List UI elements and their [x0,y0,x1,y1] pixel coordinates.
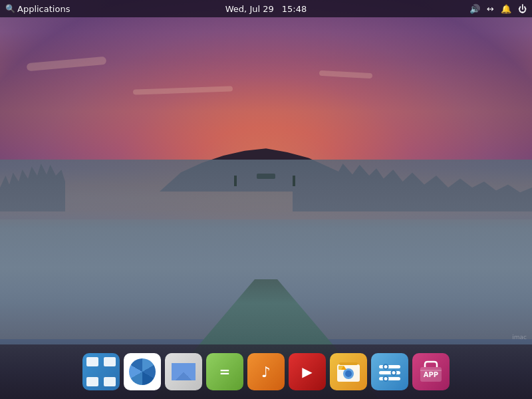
music-symbol: ♪ [261,364,271,380]
photos-icon-svg [336,359,361,384]
mail-envelope-icon [172,363,196,380]
watermark: imac [512,334,527,340]
search-icon[interactable]: 🔍 [5,4,15,13]
dock-item-photos[interactable] [330,353,367,390]
date-display: Wed, Jul 29 [225,4,274,14]
volume-icon[interactable]: 🔊 [469,4,480,14]
panel-left: 🔍 Applications [5,4,70,14]
dock-item-browser[interactable] [124,353,161,390]
browser-globe-icon [129,358,156,385]
dock: = ♪ ▶ [0,344,532,399]
top-panel: 🔍 Applications Wed, Jul 29 15:48 🔊 ↔ 🔔 ⏻ [0,0,532,17]
svg-rect-10 [379,377,400,380]
dock-item-store[interactable]: APP [412,353,450,390]
dock-item-music[interactable]: ♪ [247,353,285,390]
pier-post-left [234,176,237,186]
calc-symbol: = [219,364,231,380]
store-icon-svg: APP [418,359,444,384]
svg-rect-8 [379,371,400,374]
svg-text:APP: APP [424,371,438,378]
svg-point-11 [384,376,388,381]
desktop: imac 🔍 Applications Wed, Jul 29 15:48 🔊 … [0,0,532,399]
dock-item-video[interactable]: ▶ [289,353,326,390]
network-icon[interactable]: ↔ [487,4,494,14]
dock-item-workspace[interactable] [82,353,120,390]
svg-point-3 [345,370,352,377]
dock-item-mail[interactable] [165,353,202,390]
svg-rect-6 [379,365,400,368]
settings-icon-svg [378,360,402,384]
pier-post-right [293,176,295,186]
panel-center: Wed, Jul 29 15:48 [225,4,307,14]
svg-point-7 [384,364,388,369]
svg-point-9 [392,370,396,375]
pier-end [257,174,275,179]
video-symbol: ▶ [302,364,312,380]
power-icon[interactable]: ⏻ [518,4,527,14]
panel-right: 🔊 ↔ 🔔 ⏻ [469,4,527,14]
applications-menu[interactable]: Applications [17,4,70,14]
workspace-quad-br [104,377,116,386]
notification-icon[interactable]: 🔔 [501,4,511,14]
workspace-quad-bl [86,377,98,386]
dock-item-settings[interactable] [371,353,408,390]
time-display: 15:48 [282,4,307,14]
svg-rect-1 [339,362,358,365]
dock-item-calculator[interactable]: = [206,353,243,390]
